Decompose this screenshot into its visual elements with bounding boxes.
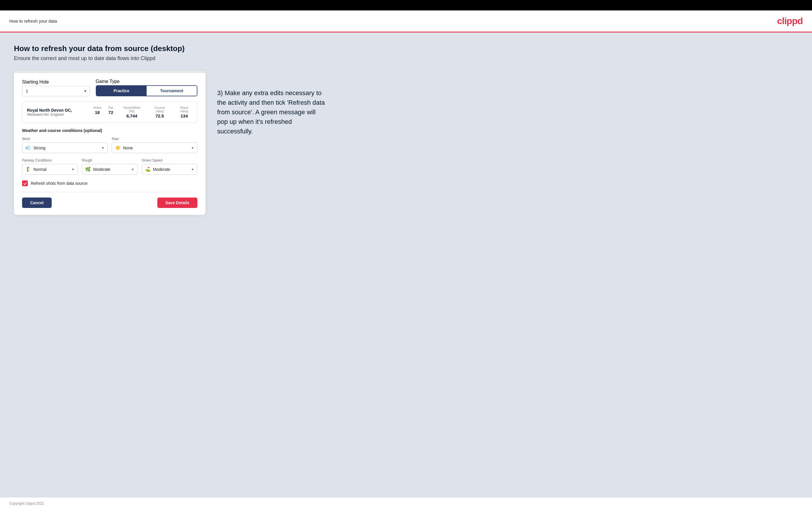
game-type-label: Game Type bbox=[96, 79, 119, 84]
course-location: Westward Ho!, England bbox=[27, 113, 93, 117]
fairway-label: Fairway Conditions bbox=[22, 158, 78, 162]
green-speed-select[interactable]: ⛳ Moderate ▼ bbox=[142, 164, 197, 175]
rain-select[interactable]: ☀️ None ▼ bbox=[112, 143, 197, 153]
course-rating-stat: Course rating 72.5 bbox=[150, 106, 169, 119]
green-speed-group: Green Speed ⛳ Moderate ▼ bbox=[142, 158, 197, 175]
button-row: Cancel Save Details bbox=[22, 198, 197, 208]
rain-label: Rain bbox=[112, 137, 197, 141]
rough-group: Rough 🌿 Moderate ▼ bbox=[82, 158, 138, 175]
starting-hole-select[interactable]: 1 10 bbox=[22, 86, 90, 96]
par-stat: Par 72 bbox=[108, 106, 113, 119]
conditions-row-2: Fairway Conditions 🏌️ Normal ▼ Rough 🌿 M… bbox=[22, 158, 197, 175]
par-label: Par bbox=[108, 106, 113, 109]
course-rating-value: 72.5 bbox=[155, 113, 164, 118]
refresh-label: Refresh shots from data source bbox=[31, 181, 87, 186]
slope-rating-value: 134 bbox=[181, 113, 188, 118]
checkmark-icon bbox=[23, 181, 27, 185]
starting-hole-label: Starting Hole bbox=[22, 79, 49, 84]
green-speed-icon: ⛳ bbox=[145, 167, 151, 172]
holes-value: 18 bbox=[95, 110, 100, 115]
yards-stat: Yards/White (M)) 6,744 bbox=[120, 106, 143, 119]
par-value: 72 bbox=[108, 110, 113, 115]
conditions-section-title: Weather and course conditions (optional) bbox=[22, 128, 197, 133]
copyright-text: Copyright Clippd 2022 bbox=[9, 502, 44, 506]
wind-value: Strong bbox=[33, 146, 101, 150]
rough-value: Moderate bbox=[93, 167, 131, 172]
yards-value: 6,744 bbox=[126, 113, 137, 118]
footer: Copyright Clippd 2022 bbox=[0, 497, 812, 507]
wind-rain-row: Wind 💨 Strong ▼ Rain ☀️ None ▼ bbox=[22, 137, 197, 153]
holes-stat: Holes 18 bbox=[93, 106, 101, 119]
rain-value: None bbox=[123, 146, 191, 150]
rain-icon: ☀️ bbox=[115, 145, 121, 151]
course-name-block: Royal North Devon GC, Westward Ho!, Engl… bbox=[27, 108, 93, 117]
slope-rating-stat: Slope rating 134 bbox=[176, 106, 193, 119]
wind-chevron-icon: ▼ bbox=[101, 146, 104, 150]
form-card: Starting Hole 1 10 ▼ Game Type Practice … bbox=[14, 71, 206, 215]
rough-select[interactable]: 🌿 Moderate ▼ bbox=[82, 164, 138, 175]
course-name: Royal North Devon GC, bbox=[27, 108, 93, 113]
cancel-button[interactable]: Cancel bbox=[22, 198, 52, 208]
page-breadcrumb: How to refresh your data bbox=[9, 18, 57, 23]
wind-select[interactable]: 💨 Strong ▼ bbox=[22, 143, 108, 153]
fairway-select[interactable]: 🏌️ Normal ▼ bbox=[22, 164, 78, 175]
refresh-checkbox-row: Refresh shots from data source bbox=[22, 180, 197, 186]
green-speed-label: Green Speed bbox=[142, 158, 197, 162]
course-info-box: Royal North Devon GC, Westward Ho!, Engl… bbox=[22, 102, 197, 123]
page-heading: How to refresh your data from source (de… bbox=[14, 44, 798, 53]
fairway-icon: 🏌️ bbox=[25, 167, 31, 172]
green-speed-chevron-icon: ▼ bbox=[191, 168, 194, 171]
green-speed-value: Moderate bbox=[153, 167, 191, 172]
wind-group: Wind 💨 Strong ▼ bbox=[22, 137, 108, 153]
rain-chevron-icon: ▼ bbox=[191, 146, 194, 150]
wind-label: Wind bbox=[22, 137, 108, 141]
wind-icon: 💨 bbox=[25, 145, 31, 151]
fairway-chevron-icon: ▼ bbox=[71, 168, 74, 171]
yards-label: Yards/White (M)) bbox=[120, 106, 143, 113]
clippd-logo: clippd bbox=[777, 16, 803, 26]
side-description: 3) Make any extra edits necessary to the… bbox=[217, 71, 327, 136]
slope-rating-label: Slope rating bbox=[176, 106, 193, 113]
game-type-toggle: Practice Tournament bbox=[96, 85, 197, 96]
page-subheading: Ensure the correct and most up to date d… bbox=[14, 55, 798, 61]
course-stats: Holes 18 Par 72 Yards/White (M)) 6,744 C… bbox=[93, 106, 193, 119]
rain-group: Rain ☀️ None ▼ bbox=[112, 137, 197, 153]
fairway-group: Fairway Conditions 🏌️ Normal ▼ bbox=[22, 158, 78, 175]
save-button[interactable]: Save Details bbox=[157, 198, 198, 208]
holes-label: Holes bbox=[93, 106, 101, 109]
rough-label: Rough bbox=[82, 158, 138, 162]
side-description-text: 3) Make any extra edits necessary to the… bbox=[217, 88, 327, 136]
card-strip bbox=[14, 71, 206, 73]
rough-chevron-icon: ▼ bbox=[131, 168, 135, 171]
practice-button[interactable]: Practice bbox=[96, 86, 147, 96]
rough-icon: 🌿 bbox=[85, 167, 91, 172]
refresh-checkbox[interactable] bbox=[22, 180, 28, 186]
fairway-value: Normal bbox=[33, 167, 71, 172]
starting-hole-group: Starting Hole 1 10 ▼ bbox=[22, 79, 90, 96]
game-type-group: Game Type Practice Tournament bbox=[96, 79, 197, 96]
tournament-button[interactable]: Tournament bbox=[147, 86, 197, 96]
course-rating-label: Course rating bbox=[150, 106, 169, 113]
